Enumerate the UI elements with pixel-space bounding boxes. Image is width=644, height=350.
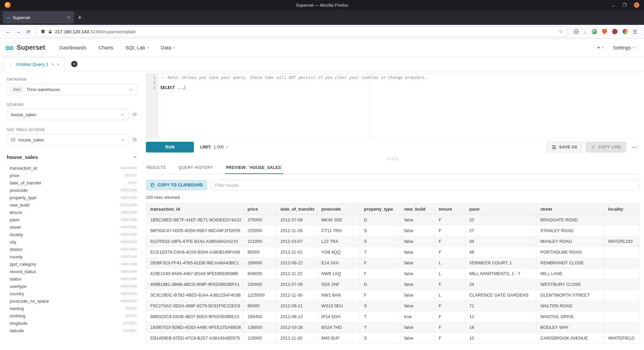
column-header-new_build[interactable]: new_build <box>400 204 435 215</box>
filter-results-input[interactable] <box>211 180 639 190</box>
column-header-price[interactable]: price <box>244 204 276 215</box>
schema-column-row[interactable]: record_statusVARCHAR <box>7 268 137 275</box>
download-icon[interactable]: ↓ <box>584 29 587 34</box>
new-tab-button[interactable]: + <box>74 14 86 25</box>
table-cell: 46 <box>465 247 536 258</box>
database-select[interactable]: trino Trino warehouse <box>7 84 137 95</box>
nav-item-dashboards[interactable]: Dashboards <box>59 45 87 50</box>
browser-navbar: ← → ⟳ 217.160.120.143:32393/superset/sql… <box>0 25 644 39</box>
schema-column-row[interactable]: date_of_transferDATE <box>7 179 137 186</box>
sql-comment: -- Note: Unless you save your query, the… <box>160 75 427 80</box>
schema-column-row[interactable]: priceBIGINT <box>7 172 137 179</box>
table-cell: PORTHOLME ROAD <box>536 247 604 258</box>
column-header-locality[interactable]: locality <box>604 204 639 215</box>
save-as-button[interactable]: SAVE AS <box>547 142 582 152</box>
window-maximize-icon[interactable]: ❐ <box>623 3 627 7</box>
schema-column-row[interactable]: new_buildBOOLEAN <box>7 201 137 209</box>
refresh-schemas-icon[interactable]: ⟳ <box>132 112 137 118</box>
table-cell: 3C3C29DC-B7B2-4BE5-914A-A38123AF403B <box>146 290 244 301</box>
more-options-icon[interactable]: ⋯ <box>630 143 639 151</box>
query-tab-close-icon[interactable]: × <box>57 62 60 67</box>
table-cell: 195450 <box>244 311 276 322</box>
schema-column-row[interactable]: northingBIGINT <box>7 312 137 319</box>
adblock-shield-icon[interactable] <box>602 29 607 35</box>
tracking-shield-icon[interactable] <box>41 29 45 34</box>
schema-column-row[interactable]: localityVARCHAR <box>7 231 137 238</box>
schema-column-row[interactable]: paonVARCHAR <box>7 216 137 223</box>
bookmark-star-icon[interactable]: ☆ <box>559 29 563 35</box>
table-cell: F <box>360 268 400 279</box>
results-tab-2[interactable]: QUERY HISTORY <box>178 162 214 174</box>
refresh-tables-icon[interactable]: ⟳ <box>132 137 137 143</box>
nav-item-sql-lab[interactable]: SQL Lab▾ <box>125 45 149 50</box>
schema-column-row[interactable]: property_typeVARCHAR <box>7 194 137 201</box>
window-close-icon[interactable]: × <box>634 2 639 8</box>
main-nav: Dashboards Charts SQL Lab▾ Data▾ <box>59 45 175 50</box>
column-name: district <box>10 247 22 252</box>
tab-drag-handle-icon: ⋮ <box>8 62 13 67</box>
back-icon[interactable]: ← <box>3 27 13 37</box>
schema-column-row[interactable]: districtVARCHAR <box>7 246 137 253</box>
superset-logo[interactable]: ∞ Superset <box>5 43 45 52</box>
column-header-postcode[interactable]: postcode <box>317 204 360 215</box>
query-tab-untitled-1[interactable]: ⋮ Untitled Query 1 × <box>3 57 64 71</box>
limit-dropdown[interactable]: LIMIT: 1 000 ▾ <box>200 145 228 149</box>
new-item-dropdown[interactable]: +▾ <box>597 44 603 51</box>
run-button[interactable]: RUN <box>146 142 194 152</box>
nav-item-data[interactable]: Data▾ <box>161 45 175 50</box>
browser-tab-superset[interactable]: ∞ Superset × <box>3 11 74 24</box>
panel-resize-handle[interactable] <box>146 155 639 162</box>
results-tab-1[interactable]: RESULTS <box>146 162 166 174</box>
schema-column-row[interactable]: tenureVARCHAR <box>7 209 137 216</box>
schema-column-row[interactable]: cityVARCHAR <box>7 238 137 246</box>
column-header-transaction_id[interactable]: transaction_id <box>146 204 244 215</box>
table-icon <box>11 137 15 142</box>
column-header-tenure[interactable]: tenure <box>435 204 465 215</box>
schema-column-row[interactable]: countryVARCHAR <box>7 290 137 297</box>
pocket-icon[interactable] <box>574 29 579 34</box>
schema-column-row[interactable]: countyVARCHAR <box>7 253 137 260</box>
editor-content[interactable]: -- Note: Unless you save your query, the… <box>159 74 639 139</box>
tab-close-icon[interactable]: × <box>67 15 70 20</box>
column-header-date_of_transfer[interactable]: date_of_transfer <box>276 204 317 215</box>
copy-to-clipboard-button[interactable]: COPY TO CLIPBOARD <box>146 180 207 190</box>
window-minimize-icon[interactable]: ⌄ <box>611 3 615 7</box>
table-cell: L <box>435 290 465 301</box>
schema-column-row[interactable]: longitudeDOUBLE <box>7 319 137 327</box>
table-select[interactable]: house_sales <box>7 134 128 145</box>
column-header-paon[interactable]: paon <box>465 204 536 215</box>
schema-column-row[interactable]: postcodeVARCHAR <box>7 186 137 194</box>
column-header-property_type[interactable]: property_type <box>360 204 400 215</box>
add-query-tab-button[interactable]: + <box>71 61 77 67</box>
collapse-table-chevron-up-icon[interactable] <box>133 155 137 159</box>
results-table: transaction_idpricedate_of_transferpostc… <box>146 203 639 344</box>
schema-column-row[interactable]: latitudeDOUBLE <box>7 327 137 334</box>
nav-item-charts[interactable]: Charts <box>99 45 113 50</box>
schema-column-row[interactable]: transaction_idVARCHAR <box>7 164 137 172</box>
chevron-down-icon <box>121 138 124 142</box>
schema-column-row[interactable]: usertypeVARCHAR <box>7 282 137 290</box>
colorful-extension-icon[interactable] <box>623 29 628 34</box>
menu-icon[interactable]: ☰ <box>633 29 637 34</box>
copy-link-button[interactable]: COPY LINK <box>586 142 626 152</box>
table-cell: T <box>360 247 400 258</box>
schema-column-row[interactable]: eastingBIGINT <box>7 305 137 312</box>
column-name: postcode <box>10 188 28 193</box>
schema-column-row[interactable]: statusVARCHAR <box>7 275 137 282</box>
sql-editor[interactable]: 1 2 3 -- Note: Unless you save your quer… <box>146 73 639 139</box>
privacy-badger-icon[interactable] <box>612 29 618 34</box>
column-header-street[interactable]: street <box>536 204 604 215</box>
column-type: VARCHAR <box>120 233 137 236</box>
extension-icon-1[interactable] <box>592 29 597 34</box>
reload-icon[interactable]: ⟳ <box>23 27 34 37</box>
forward-icon[interactable]: → <box>13 27 23 37</box>
connection-lock-icon[interactable] <box>48 30 52 34</box>
url-bar[interactable]: 217.160.120.143:32393/superset/sqllab/ ☆ <box>37 27 567 37</box>
results-tab-3[interactable]: PREVIEW: `HOUSE_SALES` <box>225 162 283 174</box>
schema-column-row[interactable]: postcode_no_spaceVARCHAR <box>7 297 137 305</box>
schema-select[interactable]: house_sales <box>7 109 128 120</box>
settings-dropdown[interactable]: Settings▾ <box>613 45 635 50</box>
text-cursor-icon <box>185 86 185 90</box>
schema-column-row[interactable]: ppd_categoryVARCHAR <box>7 260 137 268</box>
schema-column-row[interactable]: streetVARCHAR <box>7 223 137 231</box>
